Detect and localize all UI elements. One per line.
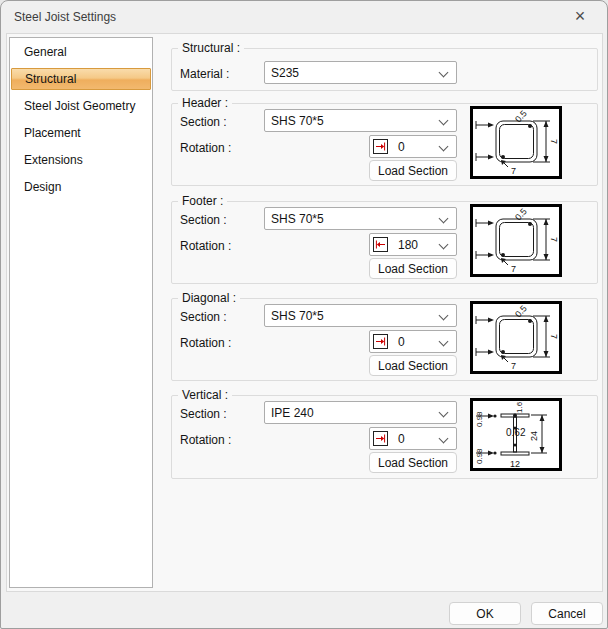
dim-corner: 0.5 [513, 109, 529, 124]
header-section-combobox[interactable]: SHS 70*5 [264, 109, 457, 132]
dim-bottom: 12 [510, 459, 520, 468]
dim-corner: 0.5 [513, 207, 529, 222]
rotation-left-icon [373, 237, 388, 252]
dim-right: 24 [529, 431, 539, 441]
vertical-section-combobox[interactable]: IPE 240 [264, 401, 457, 424]
header-group-label: Header : [178, 96, 232, 111]
settings-nav-list: General Structural Steel Joist Geometry … [9, 37, 153, 588]
dim-left-top: 0.98 [475, 411, 484, 427]
sidebar-item-placement[interactable]: Placement [11, 122, 151, 144]
close-icon[interactable]: × [561, 3, 599, 30]
dim-corner: 0.5 [513, 304, 529, 319]
rotation-label: Rotation : [180, 141, 231, 155]
vertical-group-label: Vertical : [178, 388, 232, 403]
material-label: Material : [180, 67, 229, 81]
section-label: Section : [180, 115, 227, 129]
rotation-right-icon [373, 334, 388, 349]
footer-section-combobox[interactable]: SHS 70*5 [264, 207, 457, 230]
rotation-right-icon [373, 431, 388, 446]
diagonal-rotation-combobox[interactable]: 0 [369, 330, 457, 353]
vertical-rotation-value: 0 [398, 432, 405, 446]
dim-right: 7 [549, 237, 559, 242]
dim-right: 7 [549, 334, 559, 339]
header-group: Header : Section : SHS 70*5 Rotation : 0… [171, 103, 598, 186]
sidebar-item-steel-joist-geometry[interactable]: Steel Joist Geometry [11, 95, 151, 117]
vertical-load-section-button[interactable]: Load Section [369, 452, 457, 473]
section-label: Section : [180, 310, 227, 324]
footer-rotation-value: 180 [398, 238, 418, 252]
chevron-down-icon [439, 116, 449, 126]
vertical-group: Vertical : Section : IPE 240 Rotation : … [171, 395, 598, 479]
vertical-section-preview: 0.98 0.98 1.6 0.62 24 12 [470, 398, 562, 471]
header-rotation-value: 0 [398, 140, 405, 154]
title-bar: Steel Joist Settings × [1, 1, 607, 33]
footer-group-label: Footer : [178, 194, 227, 209]
footer-rotation-combobox[interactable]: 180 [369, 233, 457, 256]
section-label: Section : [180, 407, 227, 421]
dim-right: 7 [549, 139, 559, 144]
sidebar-item-general[interactable]: General [11, 41, 151, 63]
sidebar-item-structural[interactable]: Structural [11, 68, 151, 90]
diagonal-rotation-value: 0 [398, 335, 405, 349]
dim-bottom: 7 [511, 361, 516, 371]
steel-joist-settings-dialog: Steel Joist Settings × General Structura… [0, 0, 608, 629]
diagonal-group-label: Diagonal : [178, 291, 240, 306]
footer-section-value: SHS 70*5 [265, 212, 324, 226]
rotation-right-icon [373, 139, 388, 154]
header-section-value: SHS 70*5 [265, 114, 324, 128]
chevron-down-icon [439, 142, 449, 152]
diagonal-section-combobox[interactable]: SHS 70*5 [264, 304, 457, 327]
section-label: Section : [180, 213, 227, 227]
footer-load-section-button[interactable]: Load Section [369, 258, 457, 279]
material-combobox[interactable]: S235 [264, 61, 457, 84]
diagonal-section-preview: 7 7 0.5 [470, 301, 562, 374]
footer-section-preview: 7 7 0.5 [470, 204, 562, 277]
diagonal-section-value: SHS 70*5 [265, 309, 324, 323]
header-section-preview: 7 7 0.5 [470, 106, 562, 179]
chevron-down-icon [439, 240, 449, 250]
dim-left-bottom: 0.98 [475, 448, 484, 464]
vertical-rotation-combobox[interactable]: 0 [369, 427, 457, 450]
diagonal-load-section-button[interactable]: Load Section [369, 355, 457, 376]
window-title: Steel Joist Settings [14, 10, 116, 24]
chevron-down-icon [439, 68, 449, 78]
dim-bottom: 7 [511, 264, 516, 274]
chevron-down-icon [439, 214, 449, 224]
chevron-down-icon [439, 434, 449, 444]
rotation-label: Rotation : [180, 336, 231, 350]
cancel-button[interactable]: Cancel [531, 602, 603, 625]
chevron-down-icon [439, 337, 449, 347]
dim-center: 0.62 [506, 427, 526, 438]
sidebar-item-extensions[interactable]: Extensions [11, 149, 151, 171]
rotation-label: Rotation : [180, 433, 231, 447]
header-rotation-combobox[interactable]: 0 [369, 135, 457, 158]
ok-button[interactable]: OK [449, 602, 521, 625]
sidebar-item-design[interactable]: Design [11, 176, 151, 198]
vertical-section-value: IPE 240 [265, 406, 314, 420]
diagonal-group: Diagonal : Section : SHS 70*5 Rotation :… [171, 298, 598, 381]
footer-group: Footer : Section : SHS 70*5 Rotation : 1… [171, 201, 598, 284]
rotation-label: Rotation : [180, 239, 231, 253]
dim-top: 1.6 [515, 401, 524, 413]
header-load-section-button[interactable]: Load Section [369, 160, 457, 181]
dim-bottom: 7 [511, 166, 516, 176]
material-value: S235 [265, 66, 299, 80]
structural-group: Structural : Material : S235 [171, 48, 598, 91]
structural-group-label: Structural : [178, 41, 244, 56]
chevron-down-icon [439, 311, 449, 321]
chevron-down-icon [439, 408, 449, 418]
